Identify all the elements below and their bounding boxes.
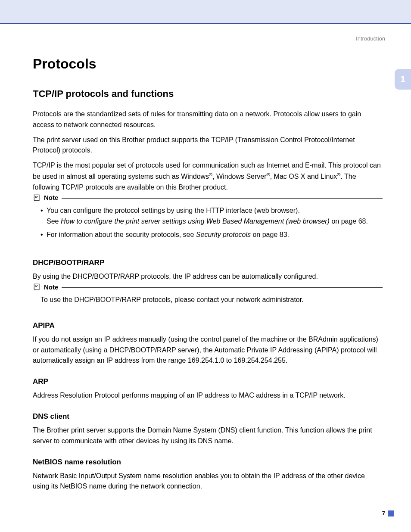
section-subtitle: TCP/IP protocols and functions [33,88,383,100]
note-block-1: Note You can configure the protocol sett… [33,198,383,247]
heading-netbios: NetBIOS name resolution [33,458,383,467]
heading-dns: DNS client [33,412,383,421]
note-label: Note [44,283,58,291]
breadcrumb: Introduction [356,35,385,42]
page-content: Protocols TCP/IP protocols and functions… [33,56,383,496]
intro-p2: The print server used on this Brother pr… [33,135,383,156]
body-arp: Address Resolution Protocol performs map… [33,390,383,401]
top-band [0,0,411,23]
note-icon [33,193,41,202]
page-title: Protocols [33,56,383,72]
body-netbios: Network Basic Input/Output System name r… [33,471,383,492]
note1-item1: You can configure the protocol settings … [40,205,380,227]
note2-body: To use the DHCP/BOOTP/RARP protocols, pl… [33,291,383,305]
chapter-tab: 1 [395,69,411,90]
heading-arp: ARP [33,377,383,386]
body-dhcp: By using the DHCP/BOOTP/RARP protocols, … [33,271,383,282]
header-line [0,23,411,24]
body-apipa: If you do not assign an IP address manua… [33,334,383,366]
page-number: 7 [382,510,385,516]
note-icon [33,283,41,291]
body-dns: The Brother print server supports the Do… [33,425,383,447]
note-label: Note [44,194,58,201]
heading-dhcp: DHCP/BOOTP/RARP [33,258,383,267]
note-block-2: Note To use the DHCP/BOOTP/RARP protocol… [33,287,383,310]
page-stripe [388,510,394,516]
intro-p3: TCP/IP is the most popular set of protoc… [33,160,383,193]
note1-item2: For information about the security proto… [40,230,380,240]
intro-p1: Protocols are the standardized sets of r… [33,109,383,131]
heading-apipa: APIPA [33,321,383,330]
